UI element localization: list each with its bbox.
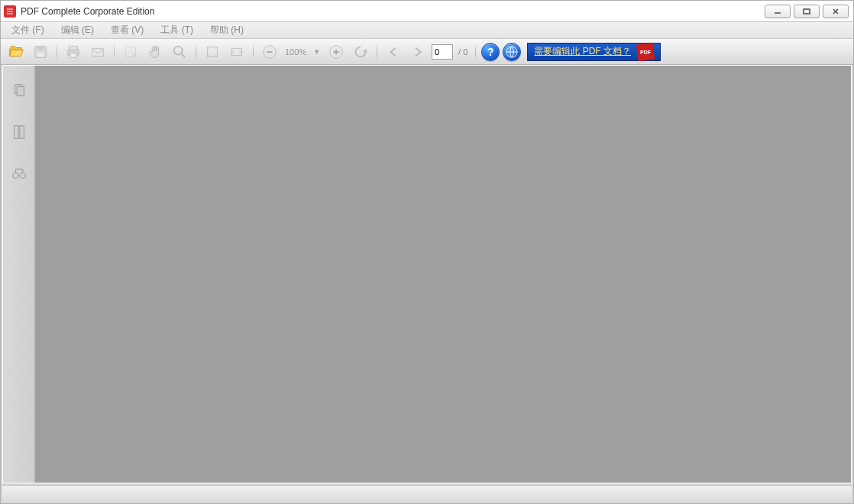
toolbar: 100% ▼ / 0 ? 需要编辑此 PDF 文档？ PDF <box>1 39 853 65</box>
menu-bar: 文件 (F) 编辑 (E) 查看 (V) 工具 (T) 帮助 (H) <box>1 22 853 39</box>
close-button[interactable] <box>823 5 849 18</box>
arrow-left-icon <box>385 44 402 60</box>
maximize-button[interactable] <box>794 5 820 18</box>
select-tool-button[interactable] <box>120 42 141 62</box>
svg-rect-17 <box>17 87 24 96</box>
menu-help[interactable]: 帮助 (H) <box>202 22 251 38</box>
globe-icon <box>506 46 518 58</box>
svg-rect-12 <box>232 48 242 55</box>
prev-page-button[interactable] <box>383 42 404 62</box>
zoom-tool-button[interactable] <box>169 42 190 62</box>
separator <box>253 43 254 61</box>
thumbnails-panel-button[interactable] <box>9 81 29 101</box>
svg-rect-4 <box>37 52 44 57</box>
separator <box>114 43 115 61</box>
arrow-right-icon <box>409 44 426 60</box>
banner-link[interactable]: 需要编辑此 PDF 文档？ <box>534 45 631 58</box>
zoom-dropdown-caret[interactable]: ▼ <box>311 48 322 56</box>
menu-edit[interactable]: 编辑 (E) <box>53 22 102 38</box>
rotate-button[interactable] <box>350 42 371 62</box>
magnifier-icon <box>171 44 188 60</box>
save-button[interactable] <box>30 42 51 62</box>
fit-page-icon <box>204 44 221 60</box>
zoom-out-icon <box>261 44 278 60</box>
hand-icon <box>147 44 163 60</box>
window-body: 文件 (F) 编辑 (E) 查看 (V) 工具 (T) 帮助 (H) <box>0 21 854 504</box>
folder-open-icon <box>8 44 24 60</box>
app-icon <box>4 5 16 18</box>
svg-rect-8 <box>92 48 104 56</box>
web-help-button[interactable] <box>503 43 521 61</box>
page-total-label: / 0 <box>456 47 470 57</box>
edit-pdf-banner[interactable]: 需要编辑此 PDF 文档？ PDF <box>527 43 661 61</box>
window-title: PDF Complete Corporate Edition <box>21 6 765 17</box>
envelope-icon <box>89 44 106 60</box>
pages-icon <box>11 82 27 99</box>
menu-view[interactable]: 查看 (V) <box>103 22 151 38</box>
bookmark-icon <box>11 124 27 141</box>
search-panel-button[interactable] <box>9 163 29 183</box>
fit-width-icon <box>228 44 245 60</box>
fit-page-button[interactable] <box>202 42 223 62</box>
printer-icon <box>65 44 82 60</box>
fit-width-button[interactable] <box>226 42 247 62</box>
svg-rect-7 <box>70 53 76 57</box>
rotate-icon <box>352 44 369 60</box>
minimize-button[interactable] <box>765 5 791 18</box>
separator <box>377 43 377 61</box>
svg-point-21 <box>19 173 24 178</box>
pdf-badge-icon: PDF <box>636 42 655 61</box>
select-rect-icon <box>122 44 139 60</box>
floppy-icon <box>32 44 49 60</box>
svg-point-10 <box>174 46 183 54</box>
separator <box>196 43 196 61</box>
status-bar <box>2 485 852 502</box>
svg-rect-3 <box>37 46 43 50</box>
menu-file[interactable]: 文件 (F) <box>4 22 52 38</box>
menu-tools[interactable]: 工具 (T) <box>153 22 201 38</box>
title-bar: PDF Complete Corporate Edition <box>0 0 854 21</box>
zoom-level-label: 100% <box>283 47 308 57</box>
svg-rect-19 <box>19 126 23 139</box>
zoom-in-button[interactable] <box>325 42 347 62</box>
zoom-in-icon <box>328 44 345 60</box>
zoom-out-button[interactable] <box>259 42 280 62</box>
side-panel <box>3 66 35 483</box>
window-controls <box>765 5 849 18</box>
print-button[interactable] <box>63 42 84 62</box>
svg-point-20 <box>12 173 18 178</box>
separator <box>475 43 476 61</box>
svg-rect-1 <box>804 9 810 14</box>
page-number-input[interactable] <box>432 44 453 60</box>
binoculars-icon <box>11 165 27 182</box>
open-button[interactable] <box>5 42 27 62</box>
email-button[interactable] <box>87 42 108 62</box>
svg-rect-5 <box>70 46 78 50</box>
content-area <box>2 65 852 483</box>
document-canvas[interactable] <box>35 66 851 483</box>
separator <box>57 43 57 61</box>
svg-rect-18 <box>14 126 18 139</box>
bookmarks-panel-button[interactable] <box>9 122 29 142</box>
help-button[interactable]: ? <box>481 43 500 61</box>
hand-tool-button[interactable] <box>144 42 166 62</box>
next-page-button[interactable] <box>407 42 429 62</box>
